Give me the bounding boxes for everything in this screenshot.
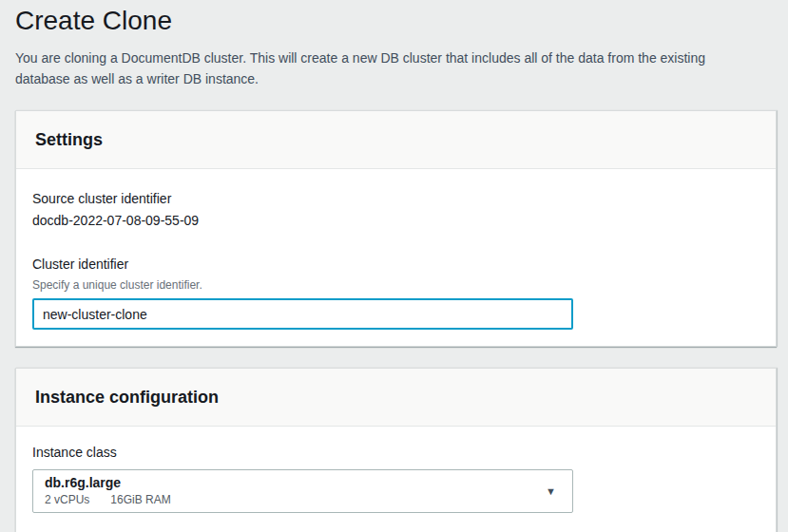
source-cluster-identifier-value: docdb-2022-07-08-09-55-09: [32, 212, 757, 229]
dropdown-arrow-icon: ▼: [546, 485, 556, 497]
source-cluster-identifier-label: Source cluster identifier: [32, 190, 757, 207]
instance-class-specs: 2 vCPUs16GiB RAM: [45, 493, 171, 507]
instance-configuration-card-body: Instance class db.r6g.large 2 vCPUs16GiB…: [16, 427, 776, 532]
create-clone-page: Create Clone You are cloning a DocumentD…: [0, 0, 788, 532]
page-title: Create Clone: [15, 6, 777, 36]
page-description: You are cloning a DocumentDB cluster. Th…: [15, 48, 730, 89]
instance-class-selected-option: db.r6g.large 2 vCPUs16GiB RAM: [45, 475, 171, 507]
instance-configuration-card-header: Instance configuration: [16, 369, 776, 427]
instance-class-label: Instance class: [32, 444, 757, 461]
instance-configuration-card-title: Instance configuration: [35, 387, 757, 408]
settings-card-body: Source cluster identifier docdb-2022-07-…: [16, 169, 776, 346]
settings-card: Settings Source cluster identifier docdb…: [15, 110, 777, 347]
instance-class-name: db.r6g.large: [45, 475, 171, 491]
instance-configuration-card: Instance configuration Instance class db…: [15, 368, 777, 532]
source-cluster-identifier-field: Source cluster identifier docdb-2022-07-…: [32, 190, 757, 229]
instance-class-ram: 16GiB RAM: [110, 493, 170, 506]
instance-class-select[interactable]: db.r6g.large 2 vCPUs16GiB RAM ▼: [32, 469, 573, 513]
instance-class-cpu: 2 vCPUs: [45, 493, 89, 506]
cluster-identifier-input[interactable]: [32, 298, 573, 330]
cluster-identifier-field: Cluster identifier Specify a unique clus…: [32, 256, 757, 330]
settings-card-title: Settings: [35, 129, 757, 150]
cluster-identifier-hint: Specify a unique cluster identifier.: [32, 277, 757, 293]
settings-card-header: Settings: [16, 111, 776, 169]
cluster-identifier-label: Cluster identifier: [32, 256, 757, 273]
